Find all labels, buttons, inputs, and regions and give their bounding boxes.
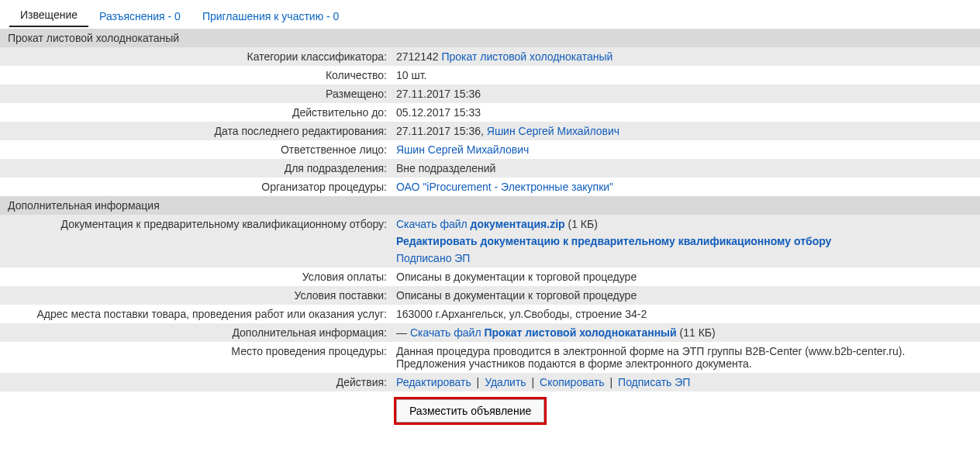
row-responsible: Ответственное лицо: Яшин Сергей Михайлов… bbox=[0, 140, 980, 159]
row-publish: Разместить объявление bbox=[0, 391, 980, 426]
label-organizer: Организатор процедуры: bbox=[0, 178, 392, 196]
docs-download-prefix: Скачать файл bbox=[396, 218, 471, 230]
value-actions: Редактировать | Удалить | Скопировать | … bbox=[392, 373, 980, 391]
label-valid: Действительно до: bbox=[0, 103, 392, 122]
row-lastedit: Дата последнего редактирования: 27.11.20… bbox=[0, 122, 980, 140]
row-extra-info: Дополнительная информация: — Скачать фай… bbox=[0, 323, 980, 342]
value-payment: Описаны в документации к торговой процед… bbox=[392, 267, 980, 286]
row-delivery: Условия поставки: Описаны в документации… bbox=[0, 286, 980, 305]
action-delete[interactable]: Удалить bbox=[485, 376, 526, 388]
extra-info-table: Документация к предварительному квалифик… bbox=[0, 215, 980, 426]
value-classifier: 2712142 Прокат листовой холоднокатаный bbox=[392, 47, 980, 66]
main-info-table: Категории классификатора: 2712142 Прокат… bbox=[0, 47, 980, 196]
label-actions: Действия: bbox=[0, 373, 392, 391]
tab-invitations[interactable]: Приглашения к участию - 0 bbox=[192, 7, 350, 27]
tab-explanations[interactable]: Разъяснения - 0 bbox=[88, 7, 192, 27]
sep3: | bbox=[605, 376, 618, 388]
value-responsible: Яшин Сергей Михайлович bbox=[392, 140, 980, 159]
label-payment: Условия оплаты: bbox=[0, 267, 392, 286]
value-publish: Разместить объявление bbox=[392, 391, 980, 426]
action-copy[interactable]: Скопировать bbox=[540, 376, 605, 388]
extra-download-link[interactable]: Скачать файл Прокат листовой холодноката… bbox=[410, 326, 677, 339]
row-classifier: Категории классификатора: 2712142 Прокат… bbox=[0, 47, 980, 66]
value-docs: Скачать файл документация.zip (1 КБ) Ред… bbox=[392, 215, 980, 267]
sep2: | bbox=[526, 376, 540, 388]
docs-download-file: документация.zip bbox=[471, 218, 565, 230]
action-edit[interactable]: Редактировать bbox=[396, 376, 471, 388]
row-place: Место проведения процедуры: Данная проце… bbox=[0, 342, 980, 373]
row-dept: Для подразделения: Вне подразделений bbox=[0, 159, 980, 178]
lastedit-text: 27.11.2017 15:36, bbox=[396, 125, 487, 137]
docs-signed-link[interactable]: Подписано ЭП bbox=[396, 252, 470, 264]
row-docs: Документация к предварительному квалифик… bbox=[0, 215, 980, 267]
value-dept: Вне подразделений bbox=[392, 159, 980, 178]
docs-edit-link[interactable]: Редактировать документацию к предварител… bbox=[396, 235, 831, 247]
value-extra-info: — Скачать файл Прокат листовой холоднока… bbox=[392, 323, 980, 342]
row-payment: Условия оплаты: Описаны в документации к… bbox=[0, 267, 980, 286]
value-quantity: 10 шт. bbox=[392, 66, 980, 85]
label-publish-empty bbox=[0, 391, 392, 398]
row-placed: Размещено: 27.11.2017 15:36 bbox=[0, 85, 980, 103]
docs-download-size: (1 КБ) bbox=[565, 218, 598, 230]
value-placed: 27.11.2017 15:36 bbox=[392, 85, 980, 103]
value-address: 163000 г.Архангельск, ул.Свободы, строен… bbox=[392, 305, 980, 323]
value-delivery: Описаны в документации к торговой процед… bbox=[392, 286, 980, 305]
publish-button[interactable]: Разместить объявление bbox=[396, 399, 544, 423]
extra-download-size: (11 КБ) bbox=[677, 326, 716, 339]
label-placed: Размещено: bbox=[0, 85, 392, 103]
extra-dash: — bbox=[396, 326, 410, 339]
row-organizer: Организатор процедуры: ОАО "iProcurement… bbox=[0, 178, 980, 196]
value-valid: 05.12.2017 15:33 bbox=[392, 103, 980, 122]
label-classifier: Категории классификатора: bbox=[0, 47, 392, 66]
section-header-extra: Дополнительная информация bbox=[0, 196, 980, 215]
classifier-code: 2712142 bbox=[396, 50, 439, 63]
docs-download-link[interactable]: Скачать файл документация.zip bbox=[396, 218, 565, 230]
label-delivery: Условия поставки: bbox=[0, 286, 392, 305]
label-lastedit: Дата последнего редактирования: bbox=[0, 122, 392, 140]
label-dept: Для подразделения: bbox=[0, 159, 392, 178]
row-actions: Действия: Редактировать | Удалить | Скоп… bbox=[0, 373, 980, 391]
extra-download-file: Прокат листовой холоднокатанный bbox=[484, 326, 676, 339]
section-header-main: Прокат листовой холоднокатаный bbox=[0, 29, 980, 47]
value-organizer: ОАО "iProcurement - Электронные закупки" bbox=[392, 178, 980, 196]
value-lastedit: 27.11.2017 15:36, Яшин Сергей Михайлович bbox=[392, 122, 980, 140]
label-responsible: Ответственное лицо: bbox=[0, 140, 392, 159]
label-address: Адрес места поставки товара, проведения … bbox=[0, 305, 392, 323]
label-docs: Документация к предварительному квалифик… bbox=[0, 215, 392, 233]
action-sign[interactable]: Подписать ЭП bbox=[618, 376, 690, 388]
responsible-link[interactable]: Яшин Сергей Михайлович bbox=[396, 143, 529, 156]
row-address: Адрес места поставки товара, проведения … bbox=[0, 305, 980, 323]
lastedit-person-link[interactable]: Яшин Сергей Михайлович bbox=[487, 125, 619, 137]
label-place: Место проведения процедуры: bbox=[0, 342, 392, 360]
value-place: Данная процедура проводится в электронно… bbox=[392, 342, 980, 373]
row-valid: Действительно до: 05.12.2017 15:33 bbox=[0, 103, 980, 122]
extra-download-prefix: Скачать файл bbox=[410, 326, 485, 339]
organizer-link[interactable]: ОАО "iProcurement - Электронные закупки" bbox=[396, 181, 613, 193]
sep1: | bbox=[471, 376, 485, 388]
tab-notice[interactable]: Извещение bbox=[9, 5, 88, 27]
row-quantity: Количество: 10 шт. bbox=[0, 66, 980, 85]
label-quantity: Количество: bbox=[0, 66, 392, 85]
tabs: Извещение Разъяснения - 0 Приглашения к … bbox=[0, 5, 980, 29]
classifier-link[interactable]: Прокат листовой холоднокатаный bbox=[441, 50, 612, 63]
label-extra-info: Дополнительная информация: bbox=[0, 323, 392, 342]
